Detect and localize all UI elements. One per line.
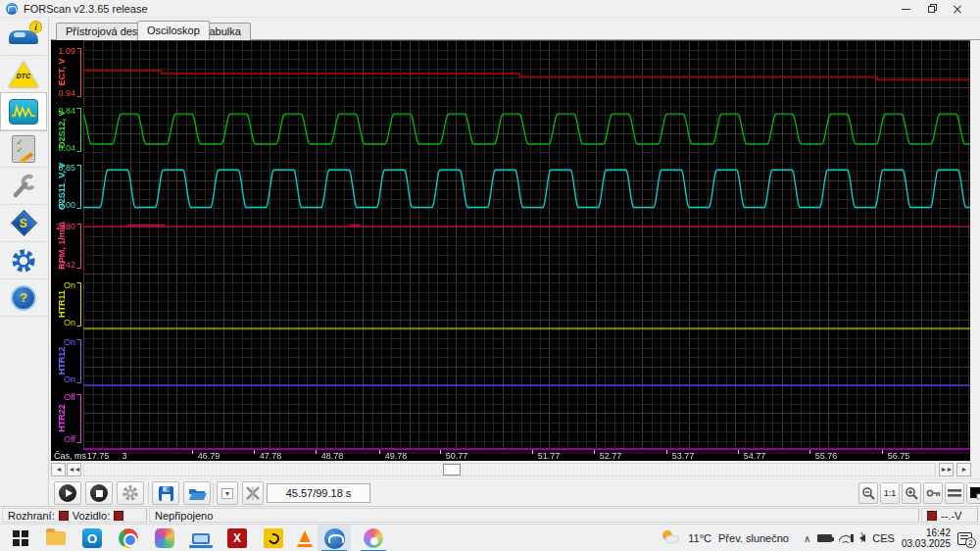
- configuration-icon: S: [11, 210, 37, 236]
- clear-markers-button[interactable]: [242, 481, 264, 505]
- forscan-logo-icon: [6, 3, 18, 15]
- stop-icon: [90, 484, 108, 502]
- save-button[interactable]: [152, 481, 179, 505]
- tray-time: 16:42: [902, 527, 951, 538]
- taskbar-file-explorer[interactable]: [39, 525, 73, 551]
- scope-toolbar: ▼ 45.57/99.18 s 1:1: [51, 478, 980, 506]
- playback-time-display: 45.57/99.18 s: [267, 483, 370, 503]
- taskbar-vlc[interactable]: [288, 525, 321, 551]
- vlc-cone-icon: [297, 530, 313, 547]
- open-button[interactable]: [183, 481, 211, 505]
- chrome-icon: [119, 528, 138, 548]
- scroll-left-button[interactable]: ◄: [51, 463, 66, 476]
- play-button[interactable]: [54, 481, 81, 505]
- tray-expand-chevron-icon[interactable]: ∧: [804, 533, 810, 544]
- pdf-icon: X: [227, 528, 247, 548]
- taskbar-pdf-xchange[interactable]: X: [220, 525, 254, 551]
- taskbar-forscan[interactable]: [318, 525, 351, 551]
- taskbar-sync-tool[interactable]: [257, 525, 290, 551]
- forscan-window: FORScan v2.3.65 release i DTC S: [0, 0, 980, 551]
- start-button[interactable]: [4, 525, 37, 551]
- interface-label: Rozhraní:: [8, 510, 55, 522]
- sidebar: i DTC S ?: [0, 19, 49, 506]
- zoom-out-icon: [861, 486, 876, 501]
- voltage-status-led: [927, 511, 937, 521]
- info-icon: i: [29, 21, 42, 33]
- taskbar-remote-pc[interactable]: [184, 525, 218, 551]
- self-test-icon: [12, 135, 35, 163]
- connection-cell: Rozhraní: Vozidlo:: [2, 508, 147, 523]
- scroll-right-fast-button[interactable]: ►►: [939, 463, 954, 476]
- scroll-right-button[interactable]: ►: [956, 463, 971, 476]
- dtc-icon: DTC: [9, 62, 38, 87]
- play-icon: [59, 484, 76, 502]
- zoom-out-button[interactable]: [858, 482, 878, 504]
- sidebar-item-dtc[interactable]: DTC: [1, 56, 46, 93]
- connection-status: Nepřipojeno: [155, 510, 213, 522]
- taskbar-photos[interactable]: [148, 525, 181, 551]
- stop-button[interactable]: [85, 481, 113, 505]
- oscilloscope-panel: [51, 40, 970, 461]
- outlook-icon: O: [82, 528, 102, 548]
- weather-icon[interactable]: [662, 530, 681, 546]
- restore-button[interactable]: [919, 0, 945, 18]
- key-icon: [926, 487, 941, 500]
- service-icon: [10, 173, 37, 200]
- volume-icon[interactable]: [859, 534, 865, 542]
- record-settings-button[interactable]: [117, 481, 144, 505]
- zoom-in-icon: [905, 486, 919, 501]
- forscan-icon: [324, 528, 345, 549]
- vehicle-label: Vozidlo:: [73, 510, 111, 522]
- sidebar-item-self-test[interactable]: [1, 130, 46, 168]
- sidebar-item-help[interactable]: ?: [1, 279, 46, 317]
- grid-lines-button[interactable]: [945, 482, 964, 504]
- scrollbar-thumb[interactable]: [443, 464, 461, 476]
- sidebar-item-configuration[interactable]: S: [1, 205, 46, 242]
- status-bar: Rozhraní: Vozidlo: Nepřipojeno --.-V: [0, 506, 980, 524]
- zoom-reset-button[interactable]: 1:1: [880, 482, 900, 504]
- background-color-button[interactable]: [966, 482, 980, 504]
- clock[interactable]: 16:42 03.03.2025: [902, 527, 951, 549]
- zoom-in-button[interactable]: [902, 482, 921, 504]
- scrollbar-track[interactable]: [83, 463, 936, 476]
- settings-icon: [9, 246, 38, 276]
- save-icon: [158, 485, 174, 502]
- minimize-button[interactable]: [894, 0, 919, 18]
- window-title: FORScan v2.3.65 release: [24, 3, 148, 15]
- crossed-marker-icon: [245, 485, 261, 501]
- language-indicator[interactable]: CES: [872, 532, 895, 544]
- status-message-cell: Nepřipojeno: [149, 508, 919, 523]
- taskbar-outlook[interactable]: O: [75, 525, 109, 551]
- scroll-left-fast-button[interactable]: ◄◄: [67, 463, 81, 476]
- close-button[interactable]: [945, 0, 970, 18]
- sidebar-item-service[interactable]: [1, 168, 46, 205]
- weather-description[interactable]: Přev. slunečno: [718, 532, 789, 544]
- help-icon: ?: [11, 285, 36, 311]
- folder-icon: [46, 531, 66, 545]
- oscilloscope-plot[interactable]: [51, 40, 970, 461]
- sidebar-item-vehicle-info[interactable]: i: [1, 19, 46, 56]
- vehicle-status-led: [114, 511, 123, 521]
- notification-center-icon[interactable]: 2: [957, 532, 972, 545]
- notification-badge: 2: [965, 537, 976, 548]
- weather-temperature[interactable]: 11°C: [688, 532, 711, 544]
- sidebar-item-oscilloscope[interactable]: [1, 93, 46, 130]
- tab-bar: Přístrojová deska Osciloskop Tabulka: [51, 20, 980, 40]
- tray-date: 03.03.2025: [902, 538, 951, 549]
- taskbar: O X 11°C Přev. slunečno ∧ CES 16:42 03.0…: [0, 524, 980, 551]
- taskbar-paint-app[interactable]: [357, 525, 390, 551]
- system-tray: 11°C Přev. slunečno ∧ CES 16:42 03.03.20…: [662, 525, 980, 551]
- channel-dropdown[interactable]: ▼: [217, 481, 238, 505]
- sync-icon: [264, 528, 283, 548]
- sidebar-item-settings[interactable]: [1, 242, 46, 279]
- battery-icon[interactable]: [817, 534, 832, 542]
- open-folder-icon: [188, 486, 207, 501]
- interface-status-led: [59, 511, 69, 521]
- laptop-icon: [192, 533, 210, 544]
- photos-icon: [155, 528, 174, 548]
- chevron-down-icon: ▼: [221, 488, 234, 499]
- oscilloscope-icon: [9, 99, 38, 125]
- taskbar-chrome[interactable]: [112, 525, 145, 551]
- tab-osciloskop[interactable]: Osciloskop: [137, 21, 210, 40]
- measure-tool-button[interactable]: [923, 482, 943, 504]
